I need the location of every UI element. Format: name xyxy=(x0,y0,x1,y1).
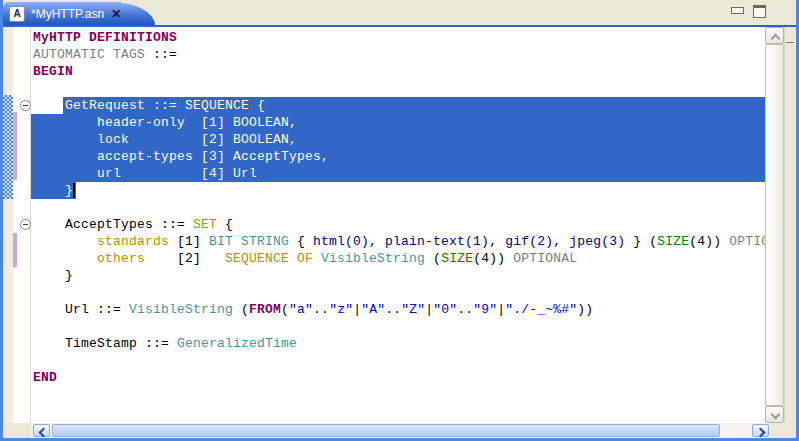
code-lines: MyHTTP DEFINITIONSAUTOMATIC TAGS ::=BEGI… xyxy=(33,29,765,386)
code-line: others [2] SEQUENCE OF VisibleString (SI… xyxy=(33,250,765,267)
code-line xyxy=(33,80,765,97)
code-line: AUTOMATIC TAGS ::= xyxy=(33,46,765,63)
maximize-button[interactable] xyxy=(753,5,766,16)
code-line: } xyxy=(33,267,765,284)
scroll-right-button[interactable] xyxy=(752,424,769,437)
vertical-scrollbar-thumb[interactable] xyxy=(765,44,784,406)
text-cursor xyxy=(73,183,75,198)
window-border xyxy=(0,0,3,441)
close-icon[interactable]: ✕ xyxy=(111,8,121,20)
vertical-scrollbar[interactable] xyxy=(765,27,784,423)
overview-ruler[interactable] xyxy=(784,27,796,423)
code-line: header-only [1] BOOLEAN, xyxy=(33,114,765,131)
chevron-up-icon xyxy=(771,34,781,44)
editor-window: A *MyHTTP.asn ✕ MyHTTP DEFINITIONSAUTOMA… xyxy=(0,0,799,441)
code-line: AcceptTypes ::= SET { xyxy=(33,216,765,233)
selection-range-indicator xyxy=(3,95,13,199)
code-line: BEGIN xyxy=(33,63,765,80)
code-line xyxy=(33,352,765,369)
tab-bar: A *MyHTTP.asn ✕ xyxy=(3,0,796,25)
code-line xyxy=(33,199,765,216)
scroll-up-button[interactable] xyxy=(765,27,784,44)
code-line: TimeStamp ::= GeneralizedTime xyxy=(33,335,765,352)
code-line xyxy=(33,318,765,335)
code-line xyxy=(33,284,765,301)
chevron-right-icon xyxy=(756,428,766,438)
code-line: } xyxy=(33,182,765,199)
chevron-left-icon xyxy=(39,428,49,438)
tab-label: *MyHTTP.asn xyxy=(31,7,104,21)
asn-file-icon: A xyxy=(9,6,25,22)
maximize-icon xyxy=(753,5,766,18)
code-line: standards [1] BIT STRING { html(0), plai… xyxy=(33,233,765,250)
code-editor-area[interactable]: MyHTTP DEFINITIONSAUTOMATIC TAGS ::=BEGI… xyxy=(31,27,765,423)
code-line: END xyxy=(33,369,765,386)
code-line: GetRequest ::= SEQUENCE { xyxy=(33,97,765,114)
change-bar xyxy=(13,233,17,267)
overview-ruler-mark xyxy=(786,42,794,43)
scrollbar-corner xyxy=(770,423,796,438)
code-line: Url ::= VisibleString (FROM("a".."z"|"A"… xyxy=(33,301,765,318)
code-line: accept-types [3] AcceptTypes, xyxy=(33,148,765,165)
collapse-icon[interactable] xyxy=(20,219,31,230)
chevron-down-icon xyxy=(771,410,781,420)
collapse-icon[interactable] xyxy=(20,100,31,111)
annotation-ruler[interactable] xyxy=(3,27,13,423)
scroll-down-button[interactable] xyxy=(765,406,784,423)
minimize-icon xyxy=(731,7,744,14)
ruler-corner xyxy=(3,423,31,438)
code-line: lock [2] BOOLEAN, xyxy=(33,131,765,148)
code-line: MyHTTP DEFINITIONS xyxy=(33,29,765,46)
change-bar xyxy=(13,112,17,180)
horizontal-scrollbar[interactable] xyxy=(31,423,770,438)
code-line: url [4] Url xyxy=(33,165,765,182)
scroll-left-button[interactable] xyxy=(33,424,50,437)
horizontal-scrollbar-thumb[interactable] xyxy=(52,424,720,437)
tab-myhttp-asn[interactable]: A *MyHTTP.asn ✕ xyxy=(3,2,121,25)
minimize-button[interactable] xyxy=(731,5,744,16)
